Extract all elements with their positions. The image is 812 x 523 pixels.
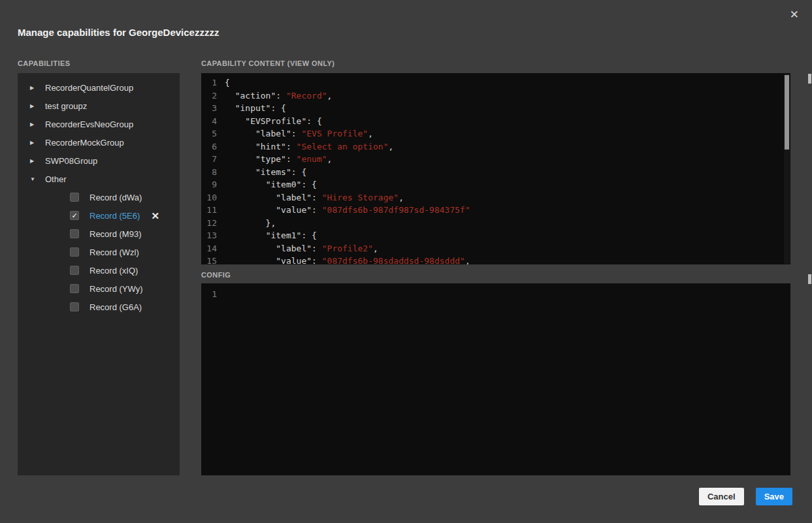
code-text: "items": { xyxy=(225,166,306,179)
code-line: 11 "value": "087dfs6b-987df987sd-984375f… xyxy=(201,204,790,217)
config-code: 1 xyxy=(201,288,790,301)
code-text: "label": "EVS Profile", xyxy=(225,127,373,140)
save-button[interactable]: Save xyxy=(756,488,792,505)
code-line: 12 }, xyxy=(201,217,790,230)
line-number: 3 xyxy=(201,102,217,115)
tree-item-record-5e6[interactable]: ✓Record (5E6)✕ xyxy=(18,206,180,225)
page-scrollbar-thumb[interactable] xyxy=(808,274,811,284)
checkbox[interactable] xyxy=(70,229,79,238)
chevron-right-icon[interactable]: ▶ xyxy=(30,140,39,146)
modal-title: Manage capabilities for GeorgeDevicezzzz… xyxy=(18,27,219,38)
tree-group-recorderquantelgroup[interactable]: ▶RecorderQuantelGroup xyxy=(18,78,180,97)
code-text: "hint": "Select an option", xyxy=(225,140,393,153)
modal-footer: Cancel Save xyxy=(699,488,792,505)
code-line: 15 "value": "087dfs6b-98sdaddsd-98dsddd"… xyxy=(201,255,790,264)
code-line: 7 "type": "enum", xyxy=(201,153,790,166)
code-line: 1 xyxy=(201,288,790,301)
capabilities-tree: ▶RecorderQuantelGroup▶test groupz▶Record… xyxy=(18,78,180,316)
code-text: "label": "Profile2", xyxy=(225,242,378,255)
tree-group-swp08group[interactable]: ▶SWP08Group xyxy=(18,151,180,170)
tree-item-record-wzl[interactable]: Record (Wzl) xyxy=(18,243,180,261)
config-header: CONFIG xyxy=(201,271,231,279)
code-text: "action": "Record", xyxy=(225,89,332,103)
remove-icon[interactable]: ✕ xyxy=(151,211,159,221)
tree-item-label: Record (G6A) xyxy=(71,302,142,312)
checkbox[interactable] xyxy=(70,302,79,311)
checkbox[interactable] xyxy=(70,266,79,275)
tree-group-label: Other xyxy=(39,174,67,184)
cancel-button[interactable]: Cancel xyxy=(699,488,744,505)
code-text: "item1": { xyxy=(225,229,317,242)
code-text: "label": "Hires Storage", xyxy=(225,191,404,204)
line-number: 9 xyxy=(201,178,217,191)
line-number: 15 xyxy=(201,255,217,264)
editor-scrollbar-track[interactable] xyxy=(784,74,790,264)
code-text: "item0": { xyxy=(225,178,317,191)
code-text: "EVSProfile": { xyxy=(225,115,322,128)
tree-group-other[interactable]: ▼Other xyxy=(18,170,180,188)
code-text: "value": "087dfs6b-98sdaddsd-98dsddd", xyxy=(225,255,470,264)
code-text: "type": "enum", xyxy=(225,153,332,166)
chevron-right-icon[interactable]: ▶ xyxy=(30,103,39,109)
line-number: 13 xyxy=(201,229,217,242)
tree-item-label: Record (YWy) xyxy=(71,284,143,294)
checkbox[interactable] xyxy=(70,247,79,257)
checkbox[interactable] xyxy=(70,284,79,293)
code-line: 4 "EVSProfile": { xyxy=(201,115,790,128)
code-line: 10 "label": "Hires Storage", xyxy=(201,191,790,204)
tree-group-label: RecorderQuantelGroup xyxy=(39,83,133,93)
line-number: 10 xyxy=(201,191,217,204)
code-line: 1{ xyxy=(201,76,790,89)
tree-item-record-ywy[interactable]: Record (YWy) xyxy=(18,279,180,298)
capability-content-editor[interactable]: 1{2 "action": "Record",3 "input": {4 "EV… xyxy=(201,73,790,264)
line-number: 2 xyxy=(201,89,217,103)
line-number: 11 xyxy=(201,204,217,217)
code-text: "input": { xyxy=(225,102,286,115)
tree-item-label: Record (xIQ) xyxy=(71,266,138,276)
line-number: 12 xyxy=(201,217,217,230)
tree-item-label: Record (M93) xyxy=(71,229,141,239)
tree-group-label: test groupz xyxy=(39,101,87,111)
tree-item-label: Record (dWa) xyxy=(71,193,142,202)
tree-group-label: RecorderMockGroup xyxy=(39,138,124,148)
tree-item-record-g6a[interactable]: Record (G6A) xyxy=(18,298,180,316)
tree-item-record-m93[interactable]: Record (M93) xyxy=(18,225,180,243)
capabilities-header: CAPABILITIES xyxy=(18,59,70,67)
line-number: 8 xyxy=(201,166,217,179)
code-text: "value": "087dfs6b-987df987sd-984375f" xyxy=(225,204,470,217)
checkbox-checked[interactable]: ✓ xyxy=(70,211,79,220)
tree-group-recordermockgroup[interactable]: ▶RecorderMockGroup xyxy=(18,133,180,151)
code-line: 3 "input": { xyxy=(201,102,790,115)
code-line: 5 "label": "EVS Profile", xyxy=(201,127,790,140)
code-line: 13 "item1": { xyxy=(201,229,790,242)
line-number: 4 xyxy=(201,115,217,128)
line-number: 7 xyxy=(201,153,217,166)
tree-item-label: Record (5E6) xyxy=(71,211,140,221)
chevron-right-icon[interactable]: ▶ xyxy=(30,85,39,91)
line-number: 1 xyxy=(201,288,217,301)
tree-item-record-dwa[interactable]: Record (dWa) xyxy=(18,188,180,206)
tree-group-test-groupz[interactable]: ▶test groupz xyxy=(18,97,180,115)
tree-item-label: Record (Wzl) xyxy=(71,247,139,257)
code-text: }, xyxy=(225,217,276,230)
chevron-right-icon[interactable]: ▶ xyxy=(30,121,39,127)
code-line: 2 "action": "Record", xyxy=(201,89,790,103)
line-number: 6 xyxy=(201,140,217,153)
code-line: 9 "item0": { xyxy=(201,178,790,191)
tree-group-label: SWP08Group xyxy=(39,156,97,166)
line-number: 14 xyxy=(201,242,217,255)
config-editor[interactable]: 1 xyxy=(201,283,790,475)
line-number: 1 xyxy=(201,76,217,89)
close-icon[interactable]: ✕ xyxy=(790,9,799,20)
code-line: 6 "hint": "Select an option", xyxy=(201,140,790,153)
chevron-right-icon[interactable]: ▶ xyxy=(30,158,39,164)
capabilities-panel: ▶RecorderQuantelGroup▶test groupz▶Record… xyxy=(18,73,180,475)
tree-group-recorderevsneogroup[interactable]: ▶RecorderEvsNeoGroup xyxy=(18,115,180,133)
tree-item-record-xiq[interactable]: Record (xIQ) xyxy=(18,261,180,279)
editor-scrollbar-thumb[interactable] xyxy=(785,75,789,150)
chevron-down-icon[interactable]: ▼ xyxy=(30,176,39,182)
checkbox[interactable] xyxy=(70,193,79,202)
code-line: 8 "items": { xyxy=(201,166,790,179)
page-scrollbar-thumb[interactable] xyxy=(808,74,811,84)
capability-content-code: 1{2 "action": "Record",3 "input": {4 "EV… xyxy=(201,76,790,264)
